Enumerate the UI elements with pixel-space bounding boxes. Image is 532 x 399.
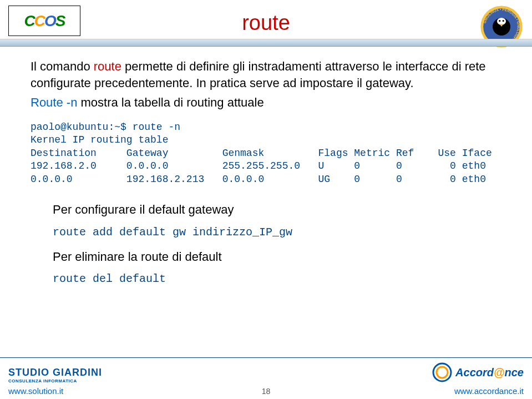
keyword-route: route (94, 59, 121, 73)
command-add-default: route add default gw indirizzo_IP_gw (53, 225, 501, 240)
accordance-text: Accord@nce (455, 366, 524, 379)
text: Il comando (31, 59, 94, 73)
slide-content: Il comando route permette di definire gl… (31, 58, 501, 295)
command-route-n: Route -n (31, 95, 77, 109)
studio-name: STUDIO GIARDINI (8, 367, 102, 378)
paragraph-route-n: Route -n mostra la tabella di routing at… (31, 94, 501, 111)
footer-url-left: www.solution.it (8, 386, 63, 396)
text: mostra la tabella di routing attuale (77, 95, 264, 109)
page-number: 18 (262, 387, 271, 396)
terminal-output: paolo@kubuntu:~$ route -n Kernel IP rout… (31, 121, 501, 186)
paragraph-delete-route: Per eliminare la route di default (53, 249, 501, 265)
accordance-ring-icon (431, 361, 453, 383)
paragraph-config-gw: Per configurare il default gateway (53, 201, 501, 218)
command-del-default: route del default (53, 271, 501, 286)
slide-title: route (0, 11, 532, 35)
footer-logo-accordance: Accord@nce (431, 361, 524, 383)
footer-url-right: www.accordance.it (454, 386, 524, 396)
svg-point-7 (437, 367, 448, 378)
paragraph-intro: Il comando route permette di definire gl… (31, 58, 501, 91)
footer-logo-studio: STUDIO GIARDINI CONSULENZA INFORMATICA (8, 367, 102, 383)
studio-subtitle: CONSULENZA INFORMATICA (8, 378, 102, 383)
footer: STUDIO GIARDINI CONSULENZA INFORMATICA w… (0, 357, 532, 399)
header-divider (0, 39, 532, 47)
